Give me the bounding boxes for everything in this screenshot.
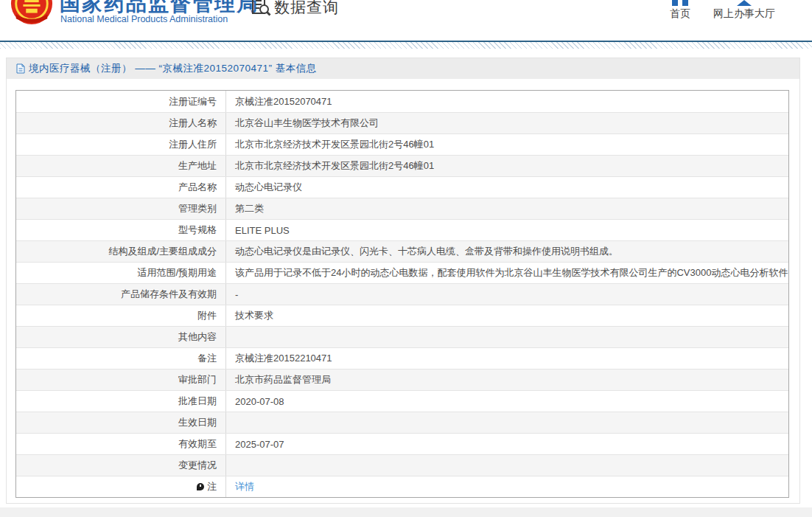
table-row: 有效期至2025-07-07 [16,433,788,454]
info-table: 注册证编号京械注准20152070471注册人名称北京谷山丰生物医学技术有限公司… [15,90,789,498]
row-label: 管理类别 [16,198,226,219]
row-value: 详情 [226,480,788,493]
row-label: 注册证编号 [16,91,226,112]
row-value: 北京谷山丰生物医学技术有限公司 [226,117,788,130]
page-title: 境内医疗器械（注册） —— “京械注准20152070471” 基本信息 [29,62,317,75]
header-divider-stripes [0,42,812,49]
row-label: 附件 [16,305,226,326]
nav-service-hall[interactable]: 网上办事大厅 [710,0,778,22]
row-value: 第二类 [226,202,788,215]
row-label: 有效期至 [16,434,226,454]
row-label: 备注 [16,348,226,369]
nav-home[interactable]: 首页 [665,0,695,22]
content-panel: 境内医疗器械（注册） —— “京械注准20152070471” 基本信息 注册证… [6,58,800,504]
row-value: 该产品用于记录不低于24小时的动态心电数据，配套使用软件为北京谷山丰生物医学技术… [226,266,788,280]
row-value: 京械注准20152210471 [226,352,788,365]
row-value: 动态心电记录仪是由记录仪、闪光卡、十芯病人电缆、盒带及背带和操作使用说明书组成。 [226,245,788,258]
row-value: 2025-07-07 [226,439,788,450]
table-row: 注册人住所北京市北京经济技术开发区景园北街2号46幢01 [16,133,788,155]
breadcrumb: 境内医疗器械（注册） —— “京械注准20152070471” 基本信息 [7,58,799,79]
row-label: 型号规格 [16,220,226,240]
row-label: 产品名称 [16,177,226,198]
row-value: 北京市药品监督管理局 [226,373,788,386]
row-label: 适用范围/预期用途 [16,263,226,283]
data-query-label: 数据查询 [274,0,339,16]
table-row: 生效日期 [16,412,788,433]
table-row: 生产地址北京市北京经济技术开发区景园北街2号46幢01 [16,155,788,176]
row-value: 动态心电记录仪 [226,181,788,194]
table-row: 管理类别第二类 [16,198,788,219]
row-value: - [226,289,788,300]
table-row: 结构及组成/主要组成成分动态心电记录仪是由记录仪、闪光卡、十芯病人电缆、盒带及背… [16,240,788,262]
row-value: ELITE PLUS [226,225,788,236]
page-footer-strip [0,507,812,517]
table-row: 型号规格ELITE PLUS [16,219,788,240]
page-icon [16,63,25,74]
row-label: 注 [16,476,226,497]
row-label: 审批部门 [16,369,226,390]
nav-home-label: 首页 [665,7,695,21]
table-row: 适用范围/预期用途该产品用于记录不低于24小时的动态心电数据，配套使用软件为北京… [16,262,788,283]
page: 国家药品监督管理局 National Medical Products Admi… [0,0,812,517]
comment-icon [197,483,204,490]
data-query-section: 数据查询 [251,0,339,16]
row-value: 京械注准20152070471 [226,95,788,108]
row-value: 2020-07-08 [226,396,788,407]
row-value: 北京市北京经济技术开发区景园北街2号46幢01 [226,138,788,151]
home-icon [672,0,688,6]
row-label: 产品储存条件及有效期 [16,284,226,305]
row-value: 技术要求 [226,309,788,322]
service-hall-icon [737,0,752,6]
site-header: 国家药品监督管理局 National Medical Products Admi… [0,0,812,41]
row-label: 结构及组成/主要组成成分 [16,241,226,262]
table-row: 注册证编号京械注准20152070471 [16,91,788,112]
detail-link[interactable]: 详情 [235,481,254,492]
table-row: 备注京械注准20152210471 [16,347,788,369]
table-row: 审批部门北京市药品监督管理局 [16,369,788,390]
china-national-emblem-icon [10,0,53,25]
row-label: 变更情况 [16,455,226,476]
row-label: 批准日期 [16,391,226,412]
table-row: 附件技术要求 [16,305,788,326]
table-row: 产品储存条件及有效期- [16,283,788,305]
row-label: 生效日期 [16,412,226,433]
table-row: 注详情 [16,476,788,497]
table-row: 注册人名称北京谷山丰生物医学技术有限公司 [16,112,788,133]
table-row: 其他内容 [16,326,788,347]
row-value: 北京市北京经济技术开发区景园北街2号46幢01 [226,159,788,173]
row-label: 其他内容 [16,327,226,347]
org-name-en: National Medical Products Administration [60,14,228,24]
row-label: 注册人住所 [16,134,226,155]
table-row: 产品名称动态心电记录仪 [16,176,788,198]
document-search-icon [251,0,271,16]
row-label: 生产地址 [16,156,226,176]
row-label: 注册人名称 [16,113,226,133]
nav-hall-label: 网上办事大厅 [710,7,778,21]
table-row: 变更情况 [16,454,788,476]
table-row: 批准日期2020-07-08 [16,390,788,412]
